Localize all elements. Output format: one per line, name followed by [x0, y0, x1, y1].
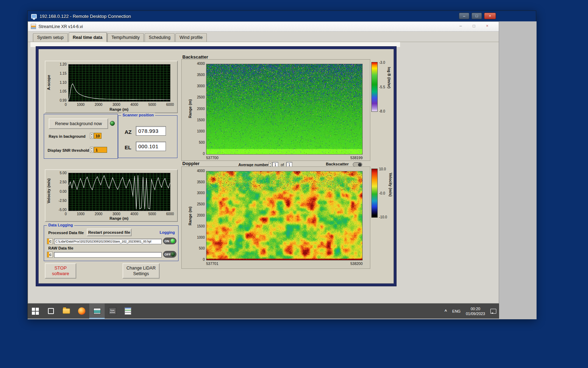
tab-temp-humidity[interactable]: Temp/humidity: [107, 33, 144, 42]
backscatter-plot: [206, 64, 363, 155]
tick-label: 3000: [113, 212, 120, 216]
tick-label: 1000: [77, 212, 84, 216]
processed-path-field[interactable]: C:\Lidar\Data\Proc\2023\202309\20230901\…: [54, 239, 162, 244]
rdp-titlebar[interactable]: 192.168.0.122 - Remote Desktop Connectio…: [28, 11, 536, 21]
remote-screen: StreamLine XR v14-6.vi – □ × System setu…: [28, 21, 499, 319]
toggle-knob: [170, 239, 175, 243]
renew-background-button[interactable]: Renew background now: [49, 118, 108, 129]
tick-label: 2.50: [60, 180, 66, 184]
doppler-colorbar: [371, 169, 378, 218]
task-view-button[interactable]: [43, 304, 58, 319]
desktop: 192.168.0.122 - Remote Desktop Connectio…: [0, 0, 588, 368]
data-logging-title: Data Logging: [47, 223, 74, 227]
rdp-title: 192.168.0.122 - Remote Desktop Connectio…: [40, 14, 131, 19]
backscatter-ylabel: Range (m): [188, 81, 193, 137]
firefox-button[interactable]: [74, 304, 89, 319]
toggle-knob: [171, 252, 175, 257]
document-app-button[interactable]: [120, 304, 135, 319]
processed-logging-toggle[interactable]: ON: [163, 238, 176, 244]
tick-label: 3500: [197, 180, 205, 184]
streamline-app-button[interactable]: [89, 304, 105, 319]
rdp-client-area: StreamLine XR v14-6.vi – □ × System setu…: [28, 21, 537, 319]
tick-label: 1500: [197, 224, 205, 228]
tick-label: 4000: [131, 103, 138, 107]
az-label: AZ: [125, 129, 132, 135]
doppler-ylabel: Range (m): [188, 188, 193, 244]
taskbar-clock[interactable]: 00:20 01/09/2023: [466, 306, 485, 316]
tick-label: 1000: [197, 236, 205, 239]
tick-label: 1.15: [60, 71, 66, 75]
data-logging-box: Data Logging Processed Data file Restart…: [44, 225, 178, 261]
background-led: [110, 121, 115, 126]
tick-label: 0.00: [60, 190, 66, 193]
change-line1: Change LiDAR: [126, 265, 155, 271]
processed-data-file-label: Processed Data file: [48, 231, 84, 235]
tick-label: 1.20: [60, 62, 66, 66]
tab-system-setup[interactable]: System setup: [33, 33, 68, 42]
remote-desktop-icon: [31, 14, 37, 19]
scan-icon-text: sched: [110, 311, 115, 313]
vi-icon: [31, 24, 36, 29]
clock-date: 01/09/2023: [466, 311, 485, 316]
ascope-chart: A-scope 1.20 1.15 1.10 1.05 0.99 0: [45, 61, 178, 113]
tab-wind-profile[interactable]: Wind profile: [175, 33, 207, 42]
doppler-graph: Range (m) 4000 3500 3000 2500 2000 1500 …: [181, 166, 370, 269]
tick-label: 2000: [94, 212, 102, 216]
app-titlebar[interactable]: StreamLine XR v14-6.vi – □ ×: [28, 22, 499, 32]
velocity-ylabel: Velocity (m/s): [47, 172, 52, 210]
folder-icon: [63, 308, 70, 314]
tab-real-time-data[interactable]: Real time data: [69, 33, 107, 42]
app-close-button[interactable]: ×: [482, 23, 492, 30]
tick-label: 0: [203, 258, 205, 261]
tick-label: 6000: [166, 212, 174, 216]
rdp-close-button[interactable]: ×: [484, 13, 496, 19]
change-lidar-settings-button[interactable]: Change LiDAR Settings: [122, 263, 160, 279]
app-restore-button[interactable]: □: [469, 23, 479, 30]
ascope-xlabel: Range (m): [68, 107, 170, 111]
clock-time: 00:20: [466, 306, 485, 311]
tick-label: 3000: [197, 191, 205, 195]
rays-in-background-label: Rays in background: [49, 134, 85, 138]
tick-label: 4000: [131, 212, 138, 216]
backscatter-x-start: 537700: [206, 156, 218, 160]
raw-data-file-label: RAW Data file: [48, 246, 74, 250]
snr-value-field[interactable]: 1: [94, 147, 107, 153]
tick-label: 3000: [113, 103, 120, 107]
file-explorer-button[interactable]: [58, 304, 74, 319]
language-indicator[interactable]: ENG: [452, 309, 461, 313]
scan-scheduler-icon: Scan sched: [109, 307, 116, 315]
raw-logging-toggle[interactable]: OFF: [163, 251, 176, 258]
tray-chevron-icon[interactable]: ^: [444, 309, 447, 314]
tick-label: -2.50: [58, 199, 66, 203]
tick-label: 5.00: [60, 171, 66, 175]
snr-spinner[interactable]: ▲▼: [90, 147, 93, 153]
tick-label: 0: [203, 152, 205, 156]
notification-center-icon[interactable]: [490, 309, 496, 314]
az-value-field: 078.993: [136, 126, 166, 136]
rays-spinner[interactable]: ▲▼: [90, 133, 93, 139]
rdp-window: 192.168.0.122 - Remote Desktop Connectio…: [27, 11, 536, 319]
tick-label: 2000: [197, 107, 205, 111]
raw-path-field[interactable]: [54, 252, 162, 258]
change-line2: Settings: [133, 271, 149, 277]
rdp-maximize-button[interactable]: □: [471, 13, 482, 19]
tab-scheduling[interactable]: Scheduling: [145, 33, 175, 42]
ascope-plot: [68, 64, 170, 102]
scan-scheduler-button[interactable]: Scan sched: [105, 304, 120, 319]
restart-processed-file-button[interactable]: Restart processed file: [87, 229, 132, 236]
stop-software-button[interactable]: STOP software: [45, 263, 76, 279]
rays-value-field[interactable]: 10: [94, 133, 102, 139]
raw-drive-icon[interactable]: C: [47, 252, 53, 258]
rdp-minimize-button[interactable]: –: [459, 13, 469, 19]
tick-label: 2000: [94, 103, 102, 107]
tick-label: 500: [199, 246, 205, 250]
tick-label: -3.0: [379, 61, 391, 64]
logging-label: Logging: [160, 230, 175, 234]
backscatter-colorbar-label: log B (/m/sr): [387, 67, 391, 109]
tick-label: 0: [65, 103, 67, 107]
processed-drive-icon[interactable]: C: [47, 238, 53, 244]
scanner-position-title: Scanner position: [121, 113, 155, 117]
start-button[interactable]: [28, 304, 43, 319]
tick-label: 1.05: [60, 89, 66, 93]
app-minimize-button[interactable]: –: [456, 23, 465, 30]
